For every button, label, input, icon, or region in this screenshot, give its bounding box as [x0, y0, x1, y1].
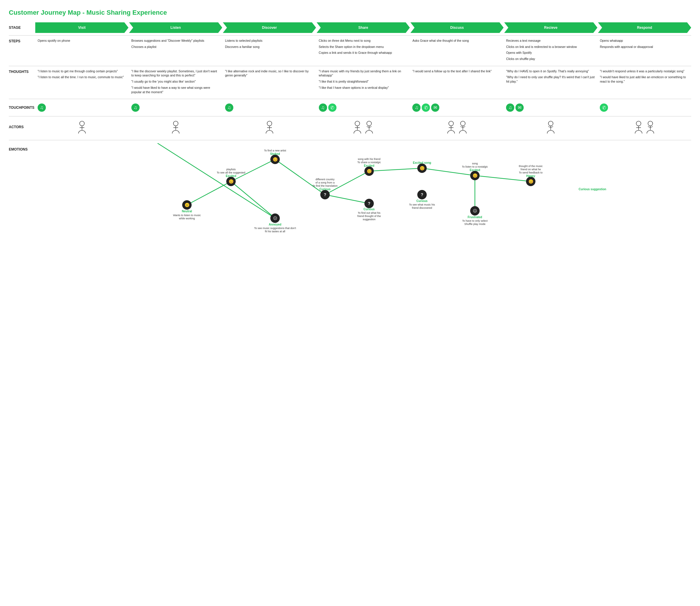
thoughts-col-2: "I like the discover weekly playlist. So… [129, 66, 223, 99]
stage-respond: Respond [598, 22, 691, 33]
spotify-icon: ♫ [131, 103, 140, 112]
touchpoints-label: TOUCHPOINTS [9, 102, 35, 113]
svg-text:song: song [472, 162, 478, 165]
actors-label: ACTORS [9, 121, 35, 133]
svg-point-9 [355, 121, 360, 126]
touchpoints-col-5: ♫ ✆ ✉ [410, 102, 504, 113]
svg-text:☹: ☹ [473, 208, 477, 213]
svg-text:😐: 😐 [185, 203, 190, 208]
imessage-icon: ✉ [431, 103, 439, 112]
female-person-icon [546, 120, 556, 134]
page-title: Customer Journey Map - Music Sharing Exp… [9, 9, 691, 17]
svg-point-6 [267, 121, 272, 126]
svg-text:?: ? [324, 192, 327, 197]
touchpoints-col-6: ♫ ✉ [504, 102, 598, 113]
svg-text:😊: 😊 [228, 179, 234, 184]
svg-text:Excited: Excited [364, 164, 375, 167]
svg-point-3 [173, 121, 178, 126]
female-person-icon [645, 120, 656, 134]
svg-point-21 [636, 121, 641, 126]
svg-text:Annoyed: Annoyed [269, 223, 282, 226]
steps-col-1: Opens spotify on phone [35, 36, 129, 66]
arrows-container: Visit Listen Discover Share Discuss Reci… [35, 22, 691, 33]
svg-text:of a song from a: of a song from a [315, 181, 334, 184]
steps-label: STEPS [9, 36, 35, 66]
spotify-icon: ♫ [506, 103, 514, 112]
female-person-icon [458, 120, 468, 134]
emotions-label: EMOTIONS [9, 147, 28, 152]
svg-text:Shuffle play mode: Shuffle play mode [464, 223, 485, 226]
spotify-icon: ♫ [38, 103, 46, 112]
svg-point-19 [548, 121, 553, 126]
touchpoints-section: TOUCHPOINTS ♫ ♫ ♫ ♫ ✆ ♫ ✆ ✉ ♫ ✉ ✆ [9, 99, 691, 116]
touchpoints-col-7: ✆ [598, 102, 691, 113]
stage-visit: Visit [35, 22, 128, 33]
thoughts-col-3: "I like alternative rock and indie music… [223, 66, 316, 99]
stage-share: Share [316, 22, 410, 33]
stage-label: STAGE [9, 26, 35, 30]
thoughts-label: THOUGHTS [9, 66, 35, 99]
svg-point-0 [80, 121, 85, 126]
svg-text:To listen to a nostalgic: To listen to a nostalgic [462, 165, 488, 168]
svg-text:Curious: Curious [416, 200, 428, 203]
steps-col-2: Browses suggestions and "Discover Weekly… [129, 36, 223, 66]
stage-discover: Discover [223, 22, 316, 33]
svg-point-12 [367, 121, 371, 126]
emotions-section: EMOTIONS 😐 😊 😊 [9, 140, 691, 238]
steps-col-7: Opens whatsapp Responds with approval or… [598, 36, 691, 66]
whatsapp-icon: ✆ [422, 103, 430, 112]
spotify-icon: ♫ [319, 103, 327, 112]
svg-text:fit his tastes at all: fit his tastes at all [265, 230, 285, 233]
svg-text:To find the translation: To find the translation [312, 184, 338, 187]
steps-col-4: Clicks on three dot Menu next to song Se… [316, 36, 410, 66]
svg-text:Curious suggestion: Curious suggestion [579, 188, 606, 191]
svg-text:😊: 😊 [367, 169, 372, 174]
svg-text:To share a nostalgic: To share a nostalgic [357, 161, 381, 164]
stage-row: STAGE Visit Listen Discover Share Discus… [9, 22, 691, 33]
actors-col-6 [504, 119, 598, 135]
svg-text:To send feedback to: To send feedback to [519, 171, 543, 174]
actors-col-2 [129, 119, 223, 135]
svg-text:different country: different country [316, 178, 335, 181]
actors-col-5 [410, 119, 504, 135]
male-person-icon [264, 120, 275, 134]
steps-col-5: Asks Grace what she thought of the song [410, 36, 504, 66]
svg-text:Curious: Curious [363, 208, 375, 211]
female-person-icon [364, 120, 375, 134]
svg-line-26 [158, 143, 275, 218]
touchpoints-col-2: ♫ [129, 102, 223, 113]
emotions-chart: 😐 😊 😊 ☹ ? 😊 ? [35, 143, 691, 238]
svg-text:To find out what his: To find out what his [358, 211, 381, 214]
actors-col-4 [316, 119, 410, 135]
journey-map: STAGE Visit Listen Discover Share Discus… [9, 22, 691, 238]
svg-text:To see all the suggested: To see all the suggested [217, 171, 245, 174]
imessage-icon: ✉ [515, 103, 524, 112]
thoughts-col-5: "I would send a follow up to the text af… [410, 66, 504, 99]
stage-recieve: Recieve [504, 22, 598, 33]
svg-text:suggestion: suggestion [363, 218, 376, 221]
emotions-line-chart: 😐 😊 😊 ☹ ? 😊 ? [35, 143, 691, 237]
whatsapp-icon: ✆ [328, 103, 337, 112]
steps-section: STEPS Opens spotify on phone Browses sug… [9, 35, 691, 66]
stage-listen: Listen [129, 22, 222, 33]
thoughts-section: THOUGHTS "I listen to music to get me th… [9, 66, 691, 99]
actors-col-3 [223, 119, 316, 135]
whatsapp-icon: ✆ [600, 103, 608, 112]
svg-text:Excited: Excited [469, 168, 480, 172]
svg-text:😊: 😊 [473, 173, 478, 178]
svg-text:?: ? [421, 192, 424, 197]
svg-text:Stoked: Stoked [270, 152, 280, 156]
svg-point-14 [449, 121, 454, 126]
svg-text:song with his friend: song with his friend [358, 158, 380, 161]
actors-col-7 [598, 119, 691, 135]
male-person-icon [633, 120, 644, 134]
male-person-icon [77, 120, 87, 134]
svg-text:☹: ☹ [273, 216, 277, 220]
svg-text:?: ? [368, 201, 370, 206]
svg-text:Excited song: Excited song [413, 161, 431, 164]
touchpoints-col-1: ♫ [35, 102, 129, 113]
thoughts-col-6: "Why do I HAVE to open it on Spotify. Th… [504, 66, 598, 99]
svg-text:Frustrated: Frustrated [467, 215, 482, 219]
touchpoints-col-3: ♫ [223, 102, 316, 113]
steps-col-6: Recieves a text message Clicks on link a… [504, 36, 598, 66]
